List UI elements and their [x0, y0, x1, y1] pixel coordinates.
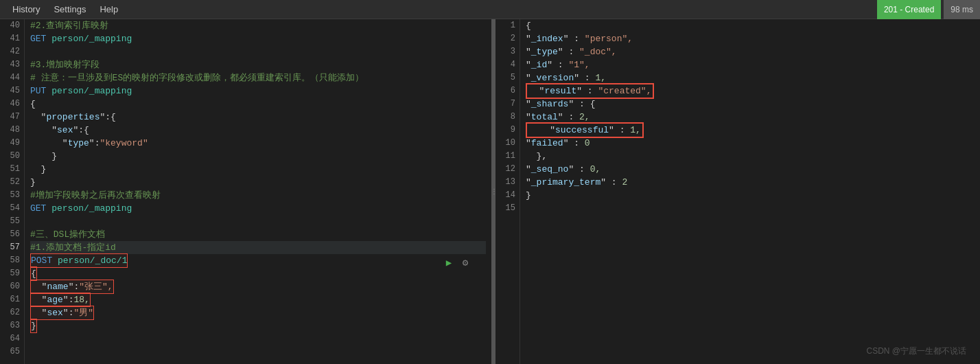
- response-line: "successful" : 1,: [526, 124, 975, 137]
- code-line: }: [30, 176, 486, 189]
- line-number: 51: [3, 163, 20, 176]
- right-code-view[interactable]: 123456789101112131415 { "_index" : "pers…: [495, 19, 980, 364]
- line-number: 2: [498, 32, 515, 45]
- status-badge-area: 201 - Created 98 ms: [877, 0, 980, 19]
- code-line: }: [30, 319, 486, 332]
- line-number: 12: [498, 163, 515, 176]
- line-number: 42: [3, 45, 20, 58]
- run-button[interactable]: ▶: [442, 255, 456, 269]
- response-line: [526, 202, 975, 215]
- response-line: "failed" : 0: [526, 137, 975, 150]
- menu-bar: History Settings Help 201 - Created 98 m…: [0, 0, 980, 19]
- line-number: 64: [3, 332, 20, 345]
- line-number: 48: [3, 124, 20, 137]
- code-line: [30, 215, 486, 228]
- line-number: 55: [3, 215, 20, 228]
- settings-icon[interactable]: ⚙: [458, 255, 472, 269]
- right-line-numbers: 123456789101112131415: [495, 19, 520, 364]
- response-line: "_seq_no" : 0,: [526, 163, 975, 176]
- line-number: 15: [498, 202, 515, 215]
- line-number: 65: [3, 345, 20, 359]
- left-line-numbers: 4041424344454647484950515253545556575859…: [0, 19, 25, 364]
- code-line: #3.增加映射字段: [30, 58, 486, 71]
- line-number: 56: [3, 228, 20, 241]
- code-line: [30, 45, 486, 58]
- line-number: 5: [498, 71, 515, 84]
- line-number: 53: [3, 189, 20, 202]
- code-line: "properties":{: [30, 111, 486, 124]
- line-number: 50: [3, 150, 20, 163]
- main-content: 4041424344454647484950515253545556575859…: [0, 19, 980, 364]
- line-number: 61: [3, 293, 20, 306]
- response-line: "_shards" : {: [526, 98, 975, 111]
- left-code-content[interactable]: #2.查询索引库映射GET person/_mapping#3.增加映射字段# …: [25, 19, 491, 364]
- line-number: 59: [3, 267, 20, 280]
- line-number: 1: [498, 19, 515, 32]
- response-line: {: [526, 19, 975, 32]
- line-number: 58: [3, 254, 20, 267]
- code-line: }: [30, 150, 486, 163]
- code-line: {: [30, 267, 486, 280]
- response-line: }: [526, 189, 975, 202]
- line-number: 45: [3, 84, 20, 98]
- menu-settings[interactable]: Settings: [47, 1, 93, 17]
- line-number: 44: [3, 71, 20, 84]
- left-code-view[interactable]: 4041424344454647484950515253545556575859…: [0, 19, 491, 364]
- line-number: 52: [3, 176, 20, 189]
- line-number: 10: [498, 137, 515, 150]
- line-number: 41: [3, 32, 20, 45]
- code-line: PUT person/_mapping: [30, 84, 486, 98]
- line-number: 14: [498, 189, 515, 202]
- code-line: "type":"keyword": [30, 137, 486, 150]
- code-line: "name":"张三",: [30, 280, 486, 293]
- response-line: "_index" : "person",: [526, 32, 975, 45]
- line-number: 54: [3, 202, 20, 215]
- left-panel: 4041424344454647484950515253545556575859…: [0, 19, 493, 364]
- code-line: [30, 345, 486, 359]
- line-number: 8: [498, 111, 515, 124]
- line-number: 46: [3, 98, 20, 111]
- response-line: },: [526, 150, 975, 163]
- line-number: 57: [3, 241, 20, 254]
- code-line: "age":18,: [30, 293, 486, 306]
- code-line: [30, 332, 486, 345]
- menu-history[interactable]: History: [5, 1, 47, 17]
- code-line: #三、DSL操作文档: [30, 228, 486, 241]
- response-time-badge: 98 ms: [944, 0, 980, 19]
- line-number: 11: [498, 150, 515, 163]
- line-number: 47: [3, 111, 20, 124]
- code-line: }: [30, 163, 486, 176]
- code-line: {: [30, 98, 486, 111]
- watermark: CSDN @宁愿一生都不说话: [866, 345, 966, 357]
- response-line: "_primary_term" : 2: [526, 176, 975, 189]
- line-number: 4: [498, 58, 515, 71]
- line-number: 9: [498, 124, 515, 137]
- line-number: 3: [498, 45, 515, 58]
- status-code-badge: 201 - Created: [877, 0, 941, 19]
- line-number: 43: [3, 58, 20, 71]
- right-panel: 123456789101112131415 { "_index" : "pers…: [495, 19, 980, 364]
- code-line: # 注意：一旦涉及到ES的映射的字段修改或删除，都必须重建索引库。（只能添加）: [30, 71, 486, 84]
- code-line: #2.查询索引库映射: [30, 19, 486, 32]
- line-number: 40: [3, 19, 20, 32]
- code-line: GET person/_mapping: [30, 32, 486, 45]
- code-line: "sex":{: [30, 124, 486, 137]
- line-number: 62: [3, 306, 20, 319]
- line-number: 49: [3, 137, 20, 150]
- code-line: "sex":"男": [30, 306, 486, 319]
- line-number: 7: [498, 98, 515, 111]
- code-line: #增加字段映射之后再次查看映射: [30, 189, 486, 202]
- line-number: 60: [3, 280, 20, 293]
- line-number: 13: [498, 176, 515, 189]
- run-icons-area: ▶ ⚙: [442, 255, 472, 269]
- code-line: GET person/_mapping: [30, 202, 486, 215]
- right-code-content: { "_index" : "person", "_type" : "_doc",…: [520, 19, 980, 364]
- line-number: 63: [3, 319, 20, 332]
- line-number: 6: [498, 84, 515, 98]
- code-line: #1.添加文档-指定id: [30, 241, 486, 254]
- response-line: "result" : "created",: [526, 84, 975, 98]
- code-line: POST person/_doc/1: [30, 254, 486, 267]
- response-line: "_type" : "_doc",: [526, 45, 975, 58]
- response-line: "_id" : "1",: [526, 58, 975, 71]
- menu-help[interactable]: Help: [93, 1, 125, 17]
